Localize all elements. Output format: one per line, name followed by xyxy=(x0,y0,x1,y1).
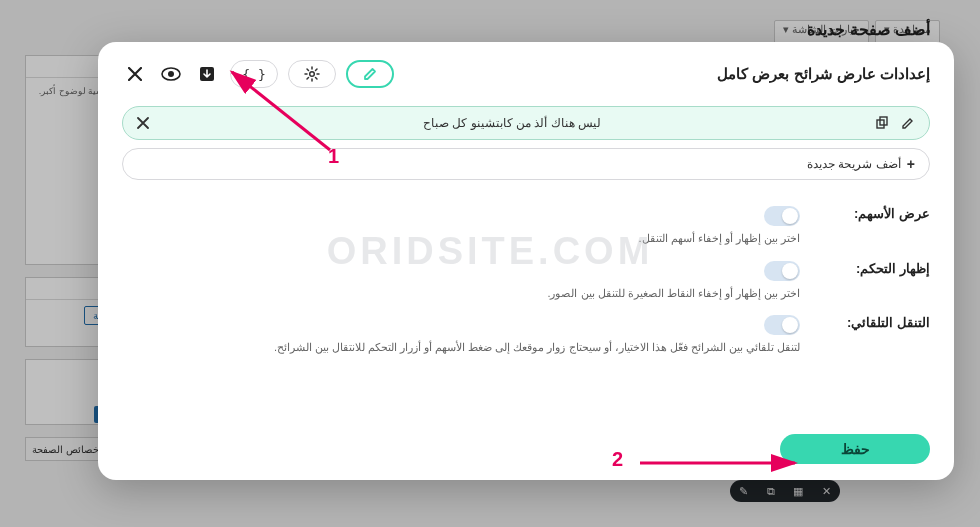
download-icon[interactable] xyxy=(194,61,220,87)
setting-arrows: عرض الأسهم: اختر بين إظهار أو إخفاء أسهم… xyxy=(122,206,930,247)
autoplay-desc: لتنقل تلقائي بين الشرائح فعّل هذا الاختي… xyxy=(122,339,800,356)
setting-dots: إظهار التحكم: اختر بين إظهار أو إخفاء ال… xyxy=(122,261,930,302)
setting-autoplay: التنقل التلقائي: لتنقل تلقائي بين الشرائ… xyxy=(122,315,930,356)
add-slide-button[interactable]: + أضف شريحة جديدة xyxy=(122,148,930,180)
save-button[interactable]: حفظ xyxy=(780,434,930,464)
svg-point-1 xyxy=(168,71,174,77)
dots-toggle[interactable] xyxy=(764,261,800,281)
pencil-icon[interactable] xyxy=(901,116,915,130)
remove-slide-icon[interactable] xyxy=(137,117,149,129)
slide-row: ليس هناك ألذ من كابتشينو كل صباح xyxy=(122,106,930,140)
dots-label: إظهار التحكم: xyxy=(800,261,930,276)
slider-settings-modal: إعدادات عارض شرائح بعرض كامل { } xyxy=(98,42,954,480)
close-modal-button[interactable] xyxy=(122,61,148,87)
code-tab[interactable]: { } xyxy=(230,60,278,88)
autoplay-label: التنقل التلقائي: xyxy=(800,315,930,330)
dots-desc: اختر بين إظهار أو إخفاء النقاط الصغيرة ل… xyxy=(122,285,800,302)
add-slide-label: أضف شريحة جديدة xyxy=(807,157,901,171)
duplicate-icon[interactable] xyxy=(875,116,889,130)
preview-icon[interactable] xyxy=(158,61,184,87)
edit-tab[interactable] xyxy=(346,60,394,88)
plus-icon: + xyxy=(907,156,915,172)
svg-point-3 xyxy=(310,72,315,77)
arrows-label: عرض الأسهم: xyxy=(800,206,930,221)
slide-title-text: ليس هناك ألذ من كابتشينو كل صباح xyxy=(149,116,875,130)
modal-title: إعدادات عارض شرائح بعرض كامل xyxy=(717,65,930,83)
settings-tab[interactable] xyxy=(288,60,336,88)
arrows-toggle[interactable] xyxy=(764,206,800,226)
autoplay-toggle[interactable] xyxy=(764,315,800,335)
arrows-desc: اختر بين إظهار أو إخفاء أسهم التنقل. xyxy=(122,230,800,247)
